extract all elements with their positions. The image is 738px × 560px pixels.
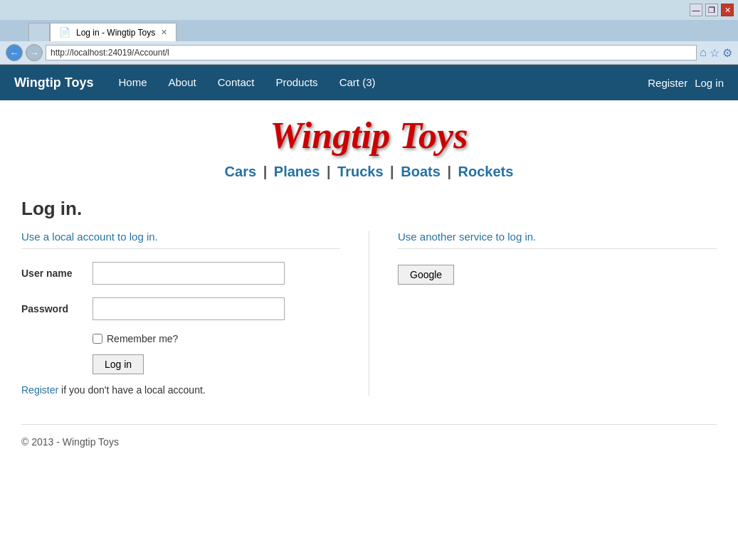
login-right: Use another service to log in. Google: [369, 231, 717, 396]
sep-2: |: [327, 164, 331, 179]
restore-button[interactable]: ❐: [705, 4, 718, 16]
login-container: Use a local account to log in. User name…: [21, 231, 717, 396]
password-group: Password: [21, 297, 340, 320]
login-title: Log in.: [21, 198, 717, 220]
login-button[interactable]: Log in: [93, 354, 144, 374]
navbar: Wingtip Toys Home About Contact Products…: [0, 65, 738, 100]
minimize-button[interactable]: —: [690, 4, 702, 16]
forward-button[interactable]: →: [26, 44, 43, 61]
register-suffix: if you don't have a local account.: [58, 384, 206, 396]
back-button[interactable]: ←: [6, 44, 23, 61]
tab-inactive[interactable]: [28, 23, 50, 41]
nav-products[interactable]: Products: [265, 65, 328, 100]
tab-bar: 📄 Log in - Wingtip Toys ✕: [0, 20, 738, 41]
google-button[interactable]: Google: [398, 265, 454, 285]
browser-chrome: — ❐ ✕ 📄 Log in - Wingtip Toys ✕ ← → http…: [0, 0, 738, 65]
navbar-brand[interactable]: Wingtip Toys: [14, 75, 94, 90]
address-bar: ← → http://localhost:24019/Account/l ⌂ ☆…: [0, 41, 738, 64]
site-wrapper: Wingtip Toys Home About Contact Products…: [0, 65, 738, 560]
remember-label: Remember me?: [107, 333, 178, 344]
footer-text: © 2013 - Wingtip Toys: [21, 436, 119, 448]
password-input[interactable]: [93, 297, 285, 320]
category-boats[interactable]: Boats: [401, 164, 441, 179]
main-content: Wingtip Toys Cars | Planes | Trucks | Bo…: [0, 100, 738, 476]
category-rockets[interactable]: Rockets: [458, 164, 514, 179]
service-login-subtitle: Use another service to log in.: [398, 231, 717, 249]
site-footer: © 2013 - Wingtip Toys: [21, 424, 717, 462]
favorites-icon[interactable]: ☆: [710, 46, 719, 60]
nav-home[interactable]: Home: [108, 65, 158, 100]
site-title: Wingtip Toys: [21, 115, 717, 157]
nav-login[interactable]: Log in: [695, 77, 724, 89]
username-label: User name: [21, 268, 93, 279]
tab-close-icon[interactable]: ✕: [161, 28, 167, 37]
tab-label: Log in - Wingtip Toys: [76, 28, 155, 38]
nav-about[interactable]: About: [158, 65, 207, 100]
close-button[interactable]: ✕: [721, 4, 734, 16]
username-group: User name: [21, 262, 340, 285]
login-left: Use a local account to log in. User name…: [21, 231, 369, 396]
local-login-subtitle: Use a local account to log in.: [21, 231, 340, 249]
address-input[interactable]: http://localhost:24019/Account/l: [46, 45, 697, 60]
category-nav: Cars | Planes | Trucks | Boats | Rockets: [21, 164, 717, 180]
navbar-right: Register Log in: [648, 77, 724, 89]
site-title-text: Wingtip Toys: [270, 115, 468, 156]
nav-cart[interactable]: Cart (3): [329, 65, 386, 100]
register-text: Register if you don't have a local accou…: [21, 384, 340, 396]
remember-group: Remember me?: [93, 333, 340, 344]
nav-register[interactable]: Register: [648, 77, 687, 89]
remember-checkbox[interactable]: [93, 334, 102, 344]
category-planes[interactable]: Planes: [274, 164, 320, 179]
home-icon[interactable]: ⌂: [700, 46, 707, 59]
title-bar: — ❐ ✕: [0, 0, 738, 20]
sep-3: |: [390, 164, 394, 179]
category-trucks[interactable]: Trucks: [337, 164, 383, 179]
browser-toolbar: ⌂ ☆ ⚙: [700, 46, 732, 60]
tab-active[interactable]: 📄 Log in - Wingtip Toys ✕: [50, 23, 176, 41]
password-label: Password: [21, 303, 93, 315]
url-text: http://localhost:24019/Account/l: [51, 48, 169, 58]
sep-4: |: [447, 164, 451, 179]
username-input[interactable]: [93, 262, 285, 285]
settings-icon[interactable]: ⚙: [722, 46, 732, 60]
nav-contact[interactable]: Contact: [207, 65, 265, 100]
tab-icon: 📄: [59, 27, 70, 38]
category-cars[interactable]: Cars: [225, 164, 256, 179]
sep-1: |: [263, 164, 268, 179]
navbar-nav: Home About Contact Products Cart (3): [108, 65, 386, 100]
register-link[interactable]: Register: [21, 384, 58, 396]
